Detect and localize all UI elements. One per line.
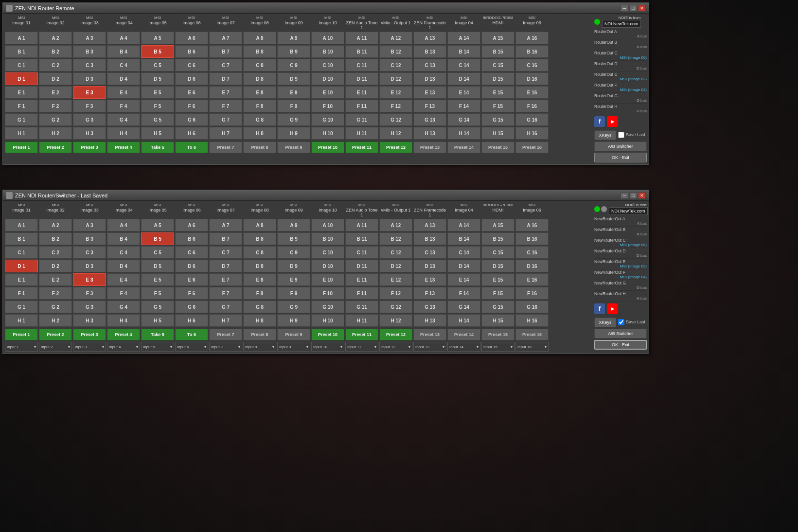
cell-B11[interactable]: B 11 [345,45,378,58]
cell-C9[interactable]: C 9 [277,59,310,71]
cell-B16[interactable]: B 16 [515,45,549,58]
cell-A15[interactable]: A 15 [481,32,514,44]
cell-B5[interactable]: B 5 [141,45,174,58]
cell-D7[interactable]: D 7 [209,72,242,85]
cell-A3[interactable]: A 3 [73,32,106,44]
cell-F2[interactable]: F 2 [39,100,72,112]
cell-E1[interactable]: E 1 [5,273,38,286]
cell-G16[interactable]: G 16 [515,301,549,313]
cell-E9[interactable]: E 9 [277,86,310,99]
preset-button-1[interactable]: Preset 1 [5,329,38,340]
preset-button-8[interactable]: Preset 8 [243,142,276,153]
cell-A6[interactable]: A 6 [175,32,208,44]
cell-G12[interactable]: G 12 [379,301,412,313]
cell-E14[interactable]: E 14 [447,86,480,99]
cell-A10[interactable]: A 10 [311,32,344,44]
cell-G5[interactable]: G 5 [141,113,174,126]
cell-A7[interactable]: A 7 [209,32,242,44]
cell-H9[interactable]: H 9 [277,314,310,327]
cell-A13[interactable]: A 13 [413,219,446,231]
cell-E14[interactable]: E 14 [447,273,480,286]
cell-E3[interactable]: E 3 [73,273,106,286]
cell-F6[interactable]: F 6 [175,287,208,300]
cell-H7[interactable]: H 7 [209,127,242,140]
cell-D14[interactable]: D 14 [447,260,480,272]
preset-button-13[interactable]: Preset 13 [413,142,446,153]
cell-B9[interactable]: B 9 [277,45,310,58]
preset-button-5[interactable]: Take 5 [141,329,174,340]
cell-B4[interactable]: B 4 [107,232,140,245]
preset-button-15[interactable]: Preset 15 [481,142,514,153]
cell-D11[interactable]: D 11 [345,72,378,85]
cell-H4[interactable]: H 4 [107,314,140,327]
preset-button-3[interactable]: Preset 3 [73,329,106,340]
cell-D1[interactable]: D 1 [5,72,38,85]
cell-D16[interactable]: D 16 [515,260,549,272]
cell-G7[interactable]: G 7 [209,113,242,126]
cell-E4[interactable]: E 4 [107,86,140,99]
cell-C1[interactable]: C 1 [5,246,38,259]
cell-B10[interactable]: B 10 [311,232,344,245]
input-dropdown-4[interactable]: Input 4▾ [107,342,140,352]
cell-D13[interactable]: D 13 [413,260,446,272]
cell-A16[interactable]: A 16 [515,32,549,44]
cell-H9[interactable]: H 9 [277,127,310,140]
cell-H3[interactable]: H 3 [73,127,106,140]
cell-G14[interactable]: G 14 [447,113,480,126]
cell-A8[interactable]: A 8 [243,32,276,44]
cell-H12[interactable]: H 12 [379,314,412,327]
cell-H11[interactable]: H 11 [345,314,378,327]
cell-G1[interactable]: G 1 [5,301,38,313]
cell-F13[interactable]: F 13 [413,100,446,112]
cell-E10[interactable]: E 10 [311,86,344,99]
preset-button-11[interactable]: Preset 11 [345,142,378,153]
cell-D4[interactable]: D 4 [107,260,140,272]
cell-A9[interactable]: A 9 [277,32,310,44]
cell-H4[interactable]: H 4 [107,127,140,140]
cell-A15[interactable]: A 15 [481,219,514,231]
cell-D8[interactable]: D 8 [243,72,276,85]
cell-F3[interactable]: F 3 [73,287,106,300]
cell-E16[interactable]: E 16 [515,273,549,286]
cell-E5[interactable]: E 5 [141,86,174,99]
cell-F9[interactable]: F 9 [277,287,310,300]
cell-D7[interactable]: D 7 [209,260,242,272]
input-dropdown-8[interactable]: Input 8▾ [243,342,276,352]
input-dropdown-9[interactable]: Input 9▾ [277,342,310,352]
cell-F8[interactable]: F 8 [243,100,276,112]
cell-F4[interactable]: F 4 [107,287,140,300]
cell-C3[interactable]: C 3 [73,246,106,259]
cell-A7[interactable]: A 7 [209,219,242,231]
cell-F1[interactable]: F 1 [5,100,38,112]
cell-E8[interactable]: E 8 [243,273,276,286]
input-dropdown-6[interactable]: Input 6▾ [175,342,208,352]
cell-B16[interactable]: B 16 [515,232,549,245]
cell-D3[interactable]: D 3 [73,72,106,85]
cell-C13[interactable]: C 13 [413,59,446,71]
cell-B8[interactable]: B 8 [243,232,276,245]
cell-F15[interactable]: F 15 [481,100,514,112]
cell-B6[interactable]: B 6 [175,45,208,58]
cell-D9[interactable]: D 9 [277,72,310,85]
cell-E6[interactable]: E 6 [175,86,208,99]
cell-H11[interactable]: H 11 [345,127,378,140]
cell-C15[interactable]: C 15 [481,246,514,259]
cell-G8[interactable]: G 8 [243,301,276,313]
cell-H5[interactable]: H 5 [141,127,174,140]
cell-H8[interactable]: H 8 [243,314,276,327]
cell-H15[interactable]: H 15 [481,314,514,327]
cell-C6[interactable]: C 6 [175,59,208,71]
cell-G10[interactable]: G 10 [311,113,344,126]
cell-F3[interactable]: F 3 [73,100,106,112]
cell-G6[interactable]: G 6 [175,301,208,313]
cell-B9[interactable]: B 9 [277,232,310,245]
cell-C11[interactable]: C 11 [345,59,378,71]
cell-E11[interactable]: E 11 [345,273,378,286]
xkeys-button-top[interactable]: XKeys [594,130,616,140]
cell-H7[interactable]: H 7 [209,314,242,327]
cell-D11[interactable]: D 11 [345,260,378,272]
cell-D14[interactable]: D 14 [447,72,480,85]
cell-F4[interactable]: F 4 [107,100,140,112]
cell-F16[interactable]: F 16 [515,100,549,112]
maximize-button-bottom[interactable]: □ [629,192,637,199]
